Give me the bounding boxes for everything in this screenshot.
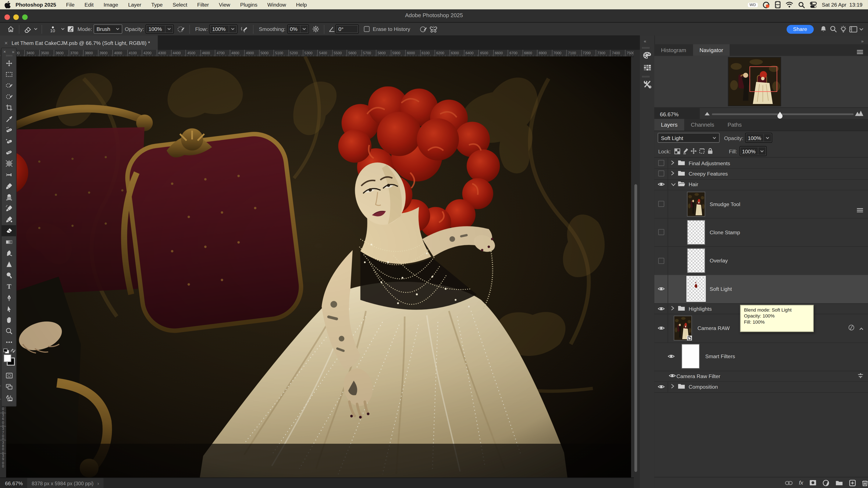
path-select-tool[interactable] [2, 303, 16, 315]
workspace-switcher-icon[interactable] [848, 24, 858, 34]
delete-layer-icon[interactable] [862, 479, 868, 486]
gradient-tool[interactable] [2, 236, 16, 248]
history-brush-tool[interactable] [2, 203, 16, 214]
zoom-slider-thumb[interactable] [777, 112, 783, 120]
lock-all-icon[interactable] [706, 148, 714, 154]
chevron-right-icon[interactable] [671, 171, 674, 177]
vertical-scrollbar[interactable] [634, 184, 637, 472]
menu-item-image[interactable]: Image [98, 2, 123, 8]
share-button[interactable]: Share [786, 25, 814, 33]
navigator-proxy-rect[interactable] [749, 66, 777, 92]
airbrush-icon[interactable] [240, 24, 249, 34]
visibility-eye-icon[interactable] [654, 303, 668, 314]
lock-transparency-icon[interactable] [673, 148, 681, 154]
layer-row-clone-stamp[interactable]: Clone Stamp [654, 218, 868, 247]
menu-item-filter[interactable]: Filter [192, 2, 214, 8]
edit-toolbar-tool[interactable] [2, 337, 16, 348]
visibility-checkbox[interactable] [654, 218, 668, 247]
control-center-icon[interactable] [810, 1, 817, 8]
lock-position-icon[interactable] [689, 148, 698, 154]
visibility-eye-icon[interactable] [654, 179, 668, 190]
eraser-preset-icon[interactable] [23, 24, 33, 34]
chevron-down-icon[interactable] [671, 181, 676, 188]
menu-item-edit[interactable]: Edit [80, 2, 98, 8]
tools-panel-icon[interactable] [642, 78, 653, 90]
chevron-right-icon[interactable] [671, 384, 674, 390]
move-tool[interactable] [2, 58, 16, 69]
type-tool[interactable]: T [2, 281, 16, 292]
layer-thumbnail[interactable] [674, 316, 691, 340]
document-tab[interactable]: × Let Them Eat CakeCJM.psb @ 66.7% (Soft… [0, 35, 158, 50]
menu-item-plugins[interactable]: Plugins [235, 2, 262, 8]
tab-navigator[interactable]: Navigator [693, 44, 730, 56]
generative-button[interactable] [2, 392, 16, 404]
spot-healing-tool[interactable] [2, 136, 16, 147]
content-move-tool[interactable] [2, 169, 16, 181]
new-group-icon[interactable] [835, 480, 843, 486]
filter-eye-icon[interactable] [669, 373, 676, 379]
close-document-icon[interactable]: × [4, 40, 8, 46]
new-adjustment-layer-icon[interactable] [823, 479, 829, 486]
quick-mask-button[interactable] [2, 370, 16, 381]
dodge-tool[interactable] [2, 270, 16, 281]
layer-row-camera-raw-filter[interactable]: Camera Raw Filter [654, 371, 868, 382]
workspace-chevron-icon[interactable] [858, 24, 865, 34]
brush-tool[interactable] [2, 181, 16, 192]
screen-mode-button[interactable] [2, 381, 16, 392]
notifications-bell-icon[interactable] [818, 24, 828, 34]
smoothing-gear-icon[interactable] [311, 24, 321, 34]
lock-artboard-icon[interactable] [698, 148, 706, 154]
layer-row-soft-light[interactable]: Soft Light [654, 275, 868, 304]
document-info[interactable]: 8378 px x 5984 px (300 ppi) › [27, 478, 103, 488]
layer-thumbnail[interactable] [687, 192, 705, 216]
collapse-up-icon[interactable] [859, 325, 864, 331]
spotlight-search-icon[interactable] [798, 1, 805, 8]
new-layer-icon[interactable] [849, 479, 856, 486]
color-panel-icon[interactable] [642, 50, 653, 61]
crop-tool[interactable] [2, 102, 16, 113]
swatches-panel-icon[interactable] [642, 62, 653, 73]
eraser-tool[interactable] [2, 225, 16, 236]
visibility-eye-icon[interactable] [654, 371, 668, 381]
wd-badge[interactable]: WD [748, 3, 757, 7]
selection-brush-tool[interactable] [2, 80, 16, 91]
smoothing-input[interactable]: 0% [287, 24, 309, 34]
menu-item-file[interactable]: File [61, 2, 80, 8]
layer-opacity-input[interactable]: 100% [745, 133, 772, 143]
zoom-out-icon[interactable] [704, 111, 710, 116]
layer-thumbnail[interactable] [687, 277, 705, 301]
layer-effects-icon[interactable]: fx [799, 480, 803, 486]
collapse-panels-icon[interactable]: » [861, 39, 864, 44]
healing-tool[interactable] [2, 147, 16, 158]
mixer-brush-tool[interactable] [2, 214, 16, 225]
frame-tool[interactable] [2, 158, 16, 169]
layer-thumbnail[interactable] [687, 221, 705, 244]
layer-row-final-adjustments[interactable]: Final Adjustments [654, 158, 868, 169]
search-icon[interactable] [828, 24, 838, 34]
mode-dropdown[interactable]: Brush [94, 24, 123, 34]
menu-item-window[interactable]: Window [262, 2, 291, 8]
default-colors-icon[interactable] [3, 349, 9, 354]
clone-stamp-tool[interactable] [2, 192, 16, 203]
symmetry-butterfly-icon[interactable] [429, 24, 438, 34]
menu-clock[interactable]: Sat 26 Apr 13:19 [822, 2, 863, 8]
navigator-menu-icon[interactable] [856, 47, 864, 57]
menu-item-view[interactable]: View [214, 2, 235, 8]
menu-item-help[interactable]: Help [291, 2, 312, 8]
layer-row-hair[interactable]: Hair [654, 179, 868, 190]
layer-thumbnail[interactable] [682, 345, 699, 368]
link-layers-icon[interactable] [785, 481, 793, 485]
layer-row-composition[interactable]: Composition [654, 382, 868, 393]
hand-tool[interactable] [2, 315, 16, 326]
visibility-checkbox[interactable] [654, 158, 668, 168]
switch-colors-icon[interactable] [10, 349, 16, 353]
tab-histogram[interactable]: Histogram [654, 44, 693, 56]
menu-item-select[interactable]: Select [167, 2, 192, 8]
discover-lightbulb-icon[interactable] [838, 24, 848, 34]
add-layer-mask-icon[interactable] [809, 480, 816, 486]
brush-settings-panel-icon[interactable] [65, 24, 75, 34]
film-icon[interactable] [775, 1, 780, 8]
collapse-dock-icon[interactable]: « [644, 39, 646, 44]
erase-history-checkbox[interactable] [364, 24, 371, 34]
menu-app-name[interactable]: Photoshop 2025 [10, 2, 61, 8]
